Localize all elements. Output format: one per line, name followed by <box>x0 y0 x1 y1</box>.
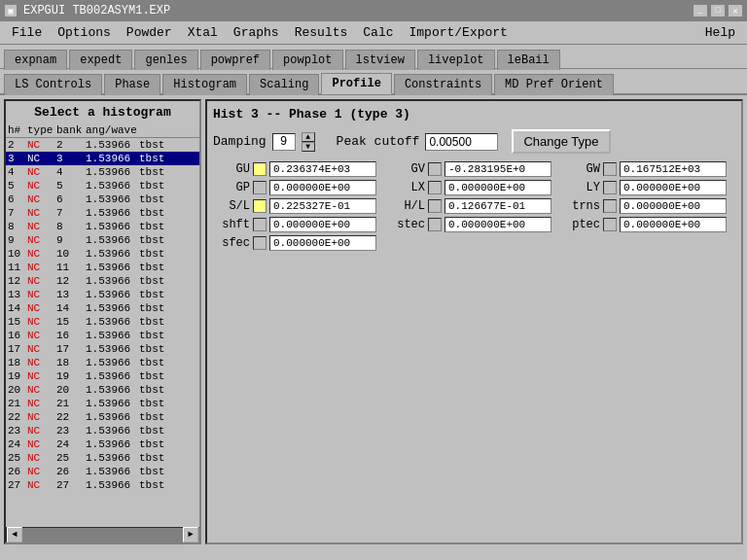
table-row[interactable]: 20NC201.53966tbst <box>6 383 199 397</box>
menu-powder[interactable]: Powder <box>119 23 180 42</box>
tab-lebail[interactable]: leBail <box>497 50 560 70</box>
menu-calc[interactable]: Calc <box>355 23 401 42</box>
param-checkbox[interactable] <box>603 181 617 194</box>
table-row[interactable]: 21NC211.53966tbst <box>6 397 199 410</box>
tab-lstview[interactable]: lstview <box>345 50 415 70</box>
table-row[interactable]: 26NC261.53966tbst <box>6 465 199 478</box>
table-row[interactable]: 13NC131.53966tbst <box>6 288 199 301</box>
table-row[interactable]: 15NC151.53966tbst <box>6 315 199 329</box>
col-bank: bank <box>56 124 86 136</box>
menu-xtal[interactable]: Xtal <box>180 23 226 42</box>
table-row[interactable]: 9NC91.53966tbst <box>6 233 199 247</box>
table-row[interactable]: 4NC41.53966tbst <box>6 165 199 179</box>
histogram-header: h# type bank ang/wave <box>6 123 199 138</box>
tab-scaling[interactable]: Scaling <box>249 74 319 95</box>
param-checkbox[interactable] <box>603 218 617 231</box>
table-row[interactable]: 5NC51.53966tbst <box>6 179 199 192</box>
table-row[interactable]: 3NC31.53966tbst <box>6 152 199 165</box>
param-input[interactable] <box>620 198 727 214</box>
damping-value[interactable]: 9 <box>272 133 296 151</box>
tab-expedt[interactable]: expedt <box>69 50 132 70</box>
histogram-list[interactable]: 2NC21.53966tbst3NC31.53966tbst4NC41.5396… <box>6 138 199 527</box>
tab-genles[interactable]: genles <box>134 50 197 70</box>
param-input[interactable] <box>445 198 551 214</box>
app-icon[interactable]: ▣ <box>4 4 18 18</box>
table-row[interactable]: 10NC101.53966tbst <box>6 247 199 261</box>
menu-results[interactable]: Results <box>287 23 356 42</box>
param-input[interactable] <box>269 235 376 251</box>
param-checkbox[interactable] <box>253 181 267 194</box>
param-checkbox[interactable] <box>253 199 267 213</box>
tab-constraints[interactable]: Constraints <box>394 74 492 95</box>
table-row[interactable]: 7NC71.53966tbst <box>6 206 199 220</box>
window-title: EXPGUI TB002ASYM1.EXP <box>23 4 170 18</box>
tab-profile[interactable]: Profile <box>321 73 391 94</box>
table-row[interactable]: 24NC241.53966tbst <box>6 438 199 451</box>
menu-options[interactable]: Options <box>50 23 119 42</box>
table-row[interactable]: 12NC121.53966tbst <box>6 274 199 288</box>
close-button[interactable]: ✕ <box>728 4 743 18</box>
table-row[interactable]: 22NC221.53966tbst <box>6 410 199 424</box>
param-checkbox[interactable] <box>428 218 442 231</box>
table-row[interactable]: 16NC161.53966tbst <box>6 329 199 342</box>
table-row[interactable]: 8NC81.53966tbst <box>6 220 199 233</box>
table-row[interactable]: 11NC111.53966tbst <box>6 261 199 274</box>
table-row[interactable]: 6NC61.53966tbst <box>6 192 199 206</box>
horizontal-scrollbar[interactable]: ◄ ► <box>6 527 199 542</box>
damping-down-arrow[interactable]: ▼ <box>302 142 315 152</box>
damping-label: Damping <box>213 134 267 149</box>
tab-expnam[interactable]: expnam <box>4 50 67 70</box>
param-checkbox[interactable] <box>253 162 267 176</box>
minimize-button[interactable]: _ <box>693 4 708 18</box>
table-row[interactable]: 25NC251.53966tbst <box>6 451 199 465</box>
param-input[interactable] <box>269 198 376 214</box>
param-checkbox[interactable] <box>428 162 442 176</box>
peak-cutoff-input[interactable] <box>425 133 498 151</box>
param-row: GPLXLY <box>213 180 735 195</box>
param-input[interactable] <box>445 161 551 177</box>
tab-powpref[interactable]: powpref <box>200 50 270 70</box>
scroll-right-arrow[interactable]: ► <box>183 527 198 542</box>
scroll-track[interactable] <box>22 528 183 542</box>
menu-file[interactable]: File <box>4 23 50 42</box>
table-row[interactable]: 27NC271.53966tbst <box>6 478 199 492</box>
menu-graphs[interactable]: Graphs <box>226 23 287 42</box>
param-input[interactable] <box>620 161 727 177</box>
table-row[interactable]: 19NC191.53966tbst <box>6 369 199 383</box>
table-row[interactable]: 23NC231.53966tbst <box>6 424 199 438</box>
tab-liveplot[interactable]: liveplot <box>417 50 495 70</box>
scroll-left-arrow[interactable]: ◄ <box>7 527 22 542</box>
menu-import-export[interactable]: Import/Export <box>402 23 516 42</box>
tab-powplot[interactable]: powplot <box>272 50 342 70</box>
table-row[interactable]: 2NC21.53966tbst <box>6 138 199 152</box>
tab-md-pref-orient[interactable]: MD Pref Orient <box>494 74 614 95</box>
maximize-button[interactable]: □ <box>710 4 726 18</box>
menu-help[interactable]: Help <box>697 23 743 42</box>
param-checkbox[interactable] <box>428 181 442 194</box>
tab-histogram[interactable]: Histogram <box>162 74 247 95</box>
param-label: trns <box>563 199 600 213</box>
param-input[interactable] <box>269 161 376 177</box>
table-row[interactable]: 18NC181.53966tbst <box>6 356 199 369</box>
param-checkbox[interactable] <box>603 199 617 213</box>
param-input[interactable] <box>620 217 727 232</box>
param-input[interactable] <box>620 180 727 195</box>
param-label: LX <box>388 181 425 194</box>
tab-ls-controls[interactable]: LS Controls <box>4 74 102 95</box>
change-type-button[interactable]: Change Type <box>512 129 610 154</box>
param-input[interactable] <box>445 180 551 195</box>
damping-up-arrow[interactable]: ▲ <box>302 132 315 142</box>
param-label: S/L <box>213 199 250 213</box>
param-checkbox[interactable] <box>428 199 442 213</box>
param-checkbox[interactable] <box>253 218 267 231</box>
param-input[interactable] <box>269 217 376 232</box>
col-num: h# <box>8 124 27 136</box>
param-checkbox[interactable] <box>603 162 617 176</box>
table-row[interactable]: 14NC141.53966tbst <box>6 301 199 315</box>
table-row[interactable]: 17NC171.53966tbst <box>6 342 199 356</box>
param-input[interactable] <box>269 180 376 195</box>
tab-phase[interactable]: Phase <box>104 74 160 95</box>
param-input[interactable] <box>445 217 551 232</box>
param-checkbox[interactable] <box>253 236 267 250</box>
menu-bar: File Options Powder Xtal Graphs Results … <box>0 21 747 45</box>
